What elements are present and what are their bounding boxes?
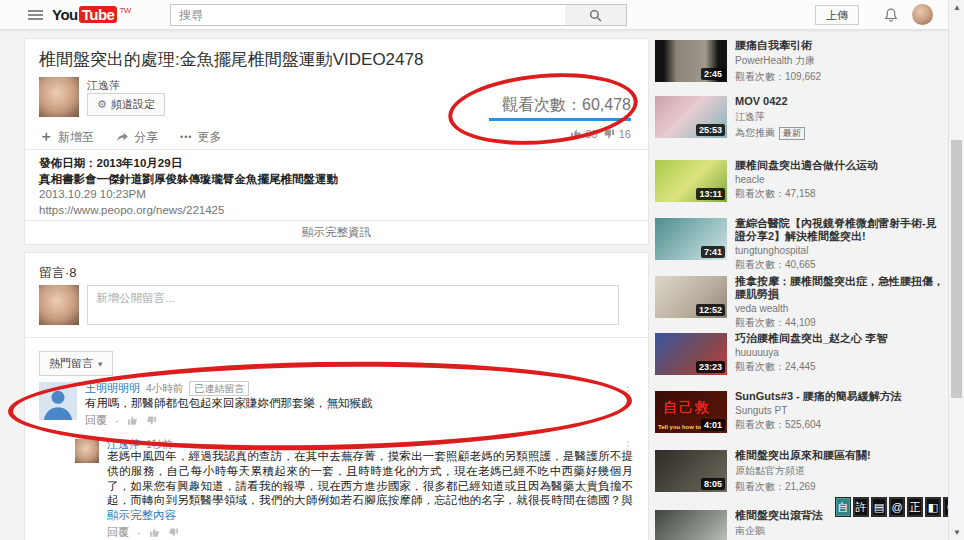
reply-actions-row: 回覆 · xyxy=(107,525,179,540)
ime-mode-button[interactable]: 自 xyxy=(835,497,851,517)
logo-tube: Tube xyxy=(79,6,118,23)
related-video-item[interactable]: 2:45 腰痛自我牽引術 PowerHealth 力康 觀看次數：109,662 xyxy=(655,40,947,84)
related-video-item[interactable]: 23:23 巧治腰椎间盘突出_赵之心 李智 huuuuuya 觀看次數：24,4… xyxy=(655,333,947,375)
ime-language-bar: 自 許 ▤ @ 正 ◧ ⚙ xyxy=(835,497,959,517)
ime-dictionary-icon[interactable]: ▤ xyxy=(871,497,887,517)
channel-avatar[interactable] xyxy=(39,77,79,117)
related-video-channel: 原始點官方頻道 xyxy=(735,464,947,478)
description-url[interactable]: https://www.peopo.org/news/221425 xyxy=(39,203,338,219)
video-thumbnail[interactable]: 8:05 xyxy=(655,450,727,492)
reply-author-avatar[interactable] xyxy=(75,439,99,463)
show-more-info-link[interactable]: 顯示完整資訊 xyxy=(25,225,648,240)
add-to-button[interactable]: ＋新增至 xyxy=(39,128,94,146)
dislike-button[interactable]: 16 xyxy=(603,128,631,140)
reply-show-more-link[interactable]: 顯示完整內容 xyxy=(107,508,176,523)
comment-author-avatar[interactable] xyxy=(39,382,77,420)
related-video-item[interactable]: 自己救 Tell you how to 4:01 SunGuts#3 - 腰痛的… xyxy=(655,391,947,433)
video-actions: ＋新增至 分享 •••更多 xyxy=(39,128,221,146)
more-dots-icon: ••• xyxy=(180,132,192,142)
channel-name[interactable]: 江逸萍 xyxy=(87,78,120,93)
comment-menu-icon[interactable]: ⋮ xyxy=(622,439,632,453)
gear-icon: ⚙ xyxy=(97,98,107,110)
reply-button[interactable]: 回覆 xyxy=(85,413,107,428)
video-thumbnail[interactable] xyxy=(655,510,727,540)
comment-sort-button[interactable]: 熱門留言▾ xyxy=(39,351,113,376)
scrollbar-thumb[interactable] xyxy=(951,140,962,398)
thumb-up-icon[interactable] xyxy=(149,527,160,538)
reply-button[interactable]: 回覆 xyxy=(107,525,129,540)
related-video-item[interactable]: 7:41 童綜合醫院【內視鏡脊椎微創雷射手術-見證分享2】解決椎間盤突出! tu… xyxy=(655,218,947,272)
related-video-channel: tungtunghospital xyxy=(735,245,947,256)
new-badge: 最新 xyxy=(779,127,805,140)
video-thumbnail[interactable]: 2:45 xyxy=(655,40,727,82)
related-video-item[interactable]: 25:53 MOV 0422 江逸萍 為您推薦最新 xyxy=(655,96,947,140)
video-thumbnail[interactable]: 自己救 Tell you how to 4:01 xyxy=(655,391,727,433)
share-icon xyxy=(116,132,129,143)
thumb-down-icon[interactable] xyxy=(168,527,179,538)
menu-icon[interactable] xyxy=(28,10,43,21)
related-video-views: 觀看次數：21,269 xyxy=(735,480,947,494)
search-input[interactable] xyxy=(171,5,565,25)
comment-input[interactable] xyxy=(88,286,618,324)
ime-symbols-button[interactable]: @ xyxy=(889,497,905,517)
related-video-title[interactable]: 巧治腰椎间盘突出_赵之心 李智 xyxy=(735,333,947,345)
ime-method-button[interactable]: 許 xyxy=(853,497,869,517)
related-video-channel: veda wealth xyxy=(735,303,947,314)
related-video-title[interactable]: 童綜合醫院【內視鏡脊椎微創雷射手術-見證分享2】解決椎間盤突出! xyxy=(735,218,947,243)
related-video-title[interactable]: 椎間盤突出原來和腰區有關! xyxy=(735,450,947,462)
like-count: 83 xyxy=(586,128,598,140)
related-video-item[interactable]: 8:05 椎間盤突出原來和腰區有關! 原始點官方頻道 觀看次數：21,269 xyxy=(655,450,947,494)
account-avatar[interactable] xyxy=(912,4,933,25)
page-scrollbar[interactable]: ▲ ▼ xyxy=(948,0,964,540)
notifications-bell-icon[interactable] xyxy=(884,7,898,23)
default-person-icon xyxy=(41,386,75,420)
search-button[interactable] xyxy=(565,4,627,26)
duration-badge: 8:05 xyxy=(701,478,725,490)
publish-date: 發佈日期：2013年10月29日 xyxy=(39,156,338,172)
scroll-up-arrow[interactable]: ▲ xyxy=(949,3,964,12)
logo-region: TW xyxy=(119,6,130,15)
dislike-count: 16 xyxy=(619,128,631,140)
related-video-title[interactable]: SunGuts#3 - 腰痛的簡易緩解方法 xyxy=(735,391,947,403)
comment-input-box xyxy=(87,285,619,325)
ime-fullwidth-button[interactable]: 正 xyxy=(907,497,923,517)
upload-button[interactable]: 上傳 xyxy=(815,5,859,25)
related-video-views: 觀看次數：24,445 xyxy=(735,360,947,374)
comment-author[interactable]: 王明明明明 xyxy=(85,381,140,396)
video-thumbnail[interactable]: 13:11 xyxy=(655,160,727,202)
video-thumbnail[interactable]: 23:23 xyxy=(655,333,727,375)
thumbnail-overlay-subtext: Tell you how to xyxy=(658,424,701,430)
like-dislike-bar: 83 16 xyxy=(570,128,632,140)
ime-keyboard-icon[interactable]: ◧ xyxy=(925,497,941,517)
comment-menu-icon[interactable]: ⋮ xyxy=(622,384,632,398)
related-video-title[interactable]: 腰痛自我牽引術 xyxy=(735,40,947,52)
video-thumbnail[interactable]: 25:53 xyxy=(655,96,727,138)
related-video-title[interactable]: 腰椎间盘突出適合做什么运动 xyxy=(735,160,947,172)
thumb-up-icon[interactable] xyxy=(127,415,138,426)
divider xyxy=(25,337,648,338)
like-button[interactable]: 83 xyxy=(570,128,598,140)
related-video-item[interactable]: 13:11 腰椎间盘突出適合做什么运动 heacle 觀看次數：47,158 xyxy=(655,160,947,202)
video-thumbnail[interactable]: 12:52 xyxy=(655,276,727,318)
related-video-views: 為您推薦 xyxy=(735,127,775,138)
divider xyxy=(25,220,648,221)
duration-badge: 23:23 xyxy=(696,361,725,373)
related-video-channel: 江逸萍 xyxy=(735,110,947,124)
duration-badge: 13:11 xyxy=(696,188,725,200)
reply-text: 老媽中風四年，經過我認真的查訪，在其中去蕪存菁，摸索出一套照顧老媽的另類照護，是… xyxy=(107,449,633,508)
video-thumbnail[interactable]: 7:41 xyxy=(655,218,727,260)
channel-settings-button[interactable]: ⚙頻道設定 xyxy=(87,93,165,116)
share-button[interactable]: 分享 xyxy=(116,128,158,146)
duration-badge: 12:52 xyxy=(696,304,725,316)
related-video-channel: PowerHealth 力康 xyxy=(735,54,947,68)
youtube-logo[interactable]: YouTubeTW xyxy=(52,6,131,23)
related-video-title[interactable]: MOV 0422 xyxy=(735,96,947,108)
related-video-channel: heacle xyxy=(735,174,947,185)
scroll-down-arrow[interactable]: ▼ xyxy=(949,528,964,537)
duration-badge: 4:01 xyxy=(701,419,725,431)
comments-header: 留言·8 xyxy=(39,264,77,282)
related-video-title[interactable]: 推拿按摩：腰椎間盤突出症，急性腰扭傷，腰肌勞損 xyxy=(735,276,947,301)
thumb-down-icon[interactable] xyxy=(146,415,157,426)
more-actions-button[interactable]: •••更多 xyxy=(180,128,221,146)
related-video-item[interactable]: 12:52 推拿按摩：腰椎間盤突出症，急性腰扭傷，腰肌勞損 veda wealt… xyxy=(655,276,947,330)
